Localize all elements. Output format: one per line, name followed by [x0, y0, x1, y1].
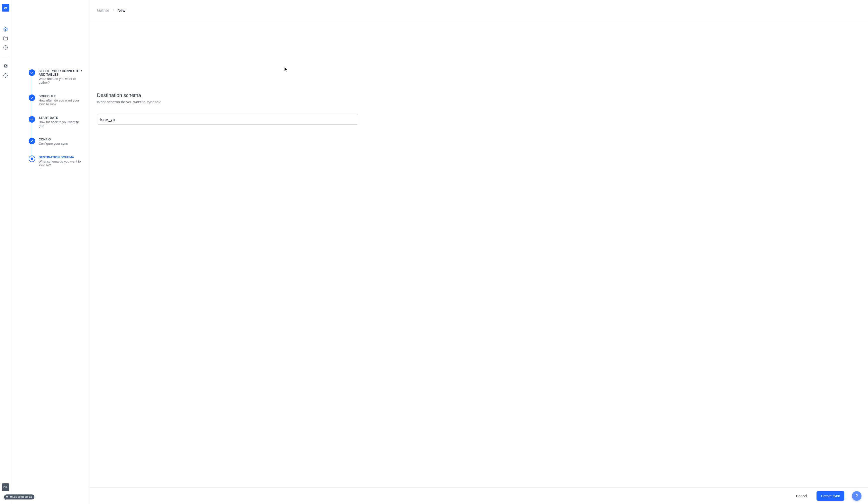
breadcrumb-bar: Gather / New [90, 0, 868, 21]
fox-icon [6, 495, 9, 498]
check-icon [29, 138, 35, 144]
destination-schema-input[interactable] [97, 114, 358, 125]
step-sub: What data do you want to gather? [39, 77, 85, 84]
play-circle-icon[interactable] [3, 45, 8, 50]
gear-icon[interactable] [3, 73, 8, 78]
breadcrumb-parent[interactable]: Gather [97, 8, 109, 13]
nav-rail: W CR [0, 0, 11, 504]
svg-point-1 [3, 46, 7, 50]
cancel-button[interactable]: Cancel [792, 491, 812, 501]
breadcrumb-current: New [117, 8, 125, 13]
step-sub: How far back to you want to go? [39, 120, 85, 127]
step-title: DESTINATION SCHEMA [39, 155, 85, 159]
box-icon[interactable] [3, 27, 8, 32]
user-initials: CR [3, 486, 8, 489]
help-button[interactable]: ? [852, 491, 861, 501]
section-subtitle: What schema do you want to sync to? [97, 100, 358, 104]
step-destination-schema[interactable]: DESTINATION SCHEMA What schema do you wa… [29, 155, 85, 167]
step-sub: How often do you want your sync to run? [39, 99, 85, 106]
step-title: START DATE [39, 116, 85, 120]
user-avatar-badge[interactable]: CR [2, 483, 9, 491]
rail-divider [2, 57, 9, 57]
help-icon: ? [856, 494, 858, 498]
step-line [32, 76, 32, 95]
step-text: SELECT YOUR CONNECTOR AND TABLES What da… [35, 69, 85, 84]
step-sub: What schema do you want to sync to? [39, 160, 85, 167]
breadcrumb-separator: / [113, 8, 114, 13]
step-title: SCHEDULE [39, 94, 85, 98]
workspace-logo-badge[interactable]: W [2, 4, 9, 12]
step-start-date[interactable]: START DATE How far back to you want to g… [29, 116, 85, 138]
step-text: DESTINATION SCHEMA What schema do you wa… [35, 155, 85, 167]
content: Destination schema What schema do you wa… [90, 21, 868, 487]
destination-schema-section: Destination schema What schema do you wa… [97, 92, 358, 125]
step-config[interactable]: CONFIG Configure your sync [29, 138, 85, 155]
stepper: SELECT YOUR CONNECTOR AND TABLES What da… [29, 69, 85, 167]
main: Gather / New Destination schema What sch… [90, 0, 868, 504]
step-text: CONFIG Configure your sync [35, 138, 68, 145]
step-text: START DATE How far back to you want to g… [35, 116, 85, 127]
puzzle-icon[interactable] [3, 64, 8, 69]
check-icon [29, 69, 35, 76]
step-title: CONFIG [39, 138, 68, 141]
step-line [32, 123, 32, 138]
svg-point-3 [5, 75, 6, 76]
app-root: W CR [0, 0, 868, 504]
check-icon [29, 94, 35, 101]
nav-rail-top: W [2, 4, 9, 78]
step-sub: Configure your sync [39, 142, 68, 145]
step-text: SCHEDULE How often do you want your sync… [35, 94, 85, 106]
step-schedule[interactable]: SCHEDULE How often do you want your sync… [29, 94, 85, 116]
footer: Cancel Create sync ? [90, 487, 868, 504]
section-title: Destination schema [97, 92, 358, 98]
step-line [32, 144, 32, 156]
current-step-dot-icon [29, 155, 35, 162]
check-icon [29, 116, 35, 123]
step-line [32, 101, 32, 116]
step-connector-tables[interactable]: SELECT YOUR CONNECTOR AND TABLES What da… [29, 69, 85, 94]
step-title: SELECT YOUR CONNECTOR AND TABLES [39, 69, 85, 76]
gifox-watermark: MADE WITH GIFOX [4, 494, 34, 500]
create-sync-button[interactable]: Create sync [817, 491, 844, 501]
svg-marker-2 [5, 47, 6, 48]
folder-icon[interactable] [3, 36, 8, 41]
workspace-logo-letter: W [4, 6, 7, 10]
breadcrumb: Gather / New [97, 8, 125, 13]
watermark-text: MADE WITH GIFOX [10, 496, 32, 498]
stepper-panel: SELECT YOUR CONNECTOR AND TABLES What da… [11, 0, 90, 504]
